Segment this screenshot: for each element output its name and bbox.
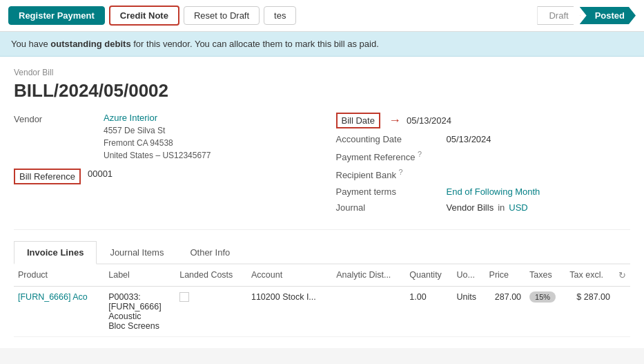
- reset-to-draft-button[interactable]: Reset to Draft: [184, 6, 260, 25]
- left-column: Vendor Azure Interior 4557 De Silva St F…: [14, 113, 322, 218]
- col-landed-costs: Landed Costs: [175, 265, 247, 287]
- col-actions: ↻: [614, 265, 630, 287]
- accounting-date-row: Accounting Date 05/13/2024: [336, 134, 631, 144]
- status-bar: Draft Posted: [537, 6, 636, 25]
- journal-value: Vendor Bills: [447, 202, 494, 213]
- cell-analytic-dist: [332, 286, 405, 336]
- recipient-bank-label: Recipient Bank ?: [336, 168, 447, 180]
- payment-reference-label: Payment Reference ?: [336, 150, 447, 162]
- bill-number: BILL/2024/05/0002: [14, 80, 630, 102]
- col-label: Label: [104, 265, 175, 287]
- tes-button[interactable]: tes: [264, 6, 296, 25]
- journal-label: Journal: [336, 202, 447, 213]
- vendor-label: Vendor: [14, 113, 104, 124]
- accounting-date-label: Accounting Date: [336, 134, 447, 144]
- col-product: Product: [14, 265, 104, 287]
- cell-label: P00033: [FURN_6666] Acoustic Bloc Screen…: [104, 286, 175, 336]
- label-line1: P00033:: [108, 292, 171, 302]
- journal-row: Journal Vendor Bills in USD: [336, 202, 631, 213]
- col-quantity: Quantity: [405, 265, 452, 287]
- table-header: Product Label Landed Costs Account Analy…: [14, 265, 630, 287]
- landed-costs-checkbox[interactable]: [179, 292, 189, 302]
- product-link[interactable]: [FURN_6666] Aco: [18, 292, 88, 302]
- bill-reference-label: Bill Reference: [14, 169, 81, 184]
- cell-quantity: 1.00: [405, 286, 452, 336]
- bill-reference-field-row: Bill Reference 00001: [14, 169, 309, 184]
- divider: [14, 229, 630, 230]
- vendor-bill-label: Vendor Bill: [14, 68, 630, 77]
- table-body: [FURN_6666] Aco P00033: [FURN_6666] Acou…: [14, 286, 630, 336]
- arrow-icon: →: [389, 113, 401, 128]
- cell-tax-excl: $ 287.00: [565, 286, 614, 336]
- label-line4: Bloc Screens: [108, 321, 171, 331]
- tax-badge: 15%: [529, 291, 556, 303]
- address-line3: United States – US12345677: [104, 149, 211, 162]
- bill-date-row: Bill Date → 05/13/2024: [336, 113, 631, 128]
- status-draft[interactable]: Draft: [537, 6, 580, 25]
- payment-reference-help[interactable]: ?: [418, 150, 422, 158]
- accounting-date-value: 05/13/2024: [447, 134, 491, 144]
- label-line2: [FURN_6666]: [108, 302, 171, 312]
- tab-other-info[interactable]: Other Info: [177, 241, 243, 265]
- alert-banner: You have outstanding debits for this ven…: [0, 32, 644, 57]
- tabs: Invoice Lines Journal Items Other Info: [14, 241, 630, 265]
- alert-bold-text: outstanding debits: [50, 39, 130, 49]
- col-uom: Uo...: [452, 265, 485, 287]
- cell-product: [FURN_6666] Aco: [14, 286, 104, 336]
- address-line1: 4557 De Silva St: [104, 124, 211, 137]
- col-taxes: Taxes: [525, 265, 565, 287]
- cell-price: 287.00: [485, 286, 525, 336]
- col-analytic-dist: Analytic Dist...: [332, 265, 405, 287]
- cell-taxes: 15%: [525, 286, 565, 336]
- toolbar: Register Payment Credit Note Reset to Dr…: [0, 0, 644, 32]
- vendor-field-row: Vendor Azure Interior 4557 De Silva St F…: [14, 113, 309, 162]
- right-column: Bill Date → 05/13/2024 Accounting Date 0…: [322, 113, 631, 218]
- bill-date-value: 05/13/2024: [407, 115, 451, 126]
- col-price: Price: [485, 265, 525, 287]
- vendor-name-link[interactable]: Azure Interior: [104, 113, 157, 123]
- journal-currency[interactable]: USD: [509, 202, 527, 213]
- address-line2: Fremont CA 94538: [104, 137, 211, 149]
- alert-text-after: for this vendor. You can allocate them t…: [131, 39, 379, 49]
- payment-terms-row: Payment terms End of Following Month: [336, 186, 631, 197]
- cell-landed-costs: [175, 286, 247, 336]
- vendor-value: Azure Interior 4557 De Silva St Fremont …: [104, 113, 211, 162]
- register-payment-button[interactable]: Register Payment: [8, 6, 105, 25]
- cell-row-actions: [614, 286, 630, 336]
- main-content: Vendor Bill BILL/2024/05/0002 Vendor Azu…: [0, 57, 644, 348]
- tab-journal-items[interactable]: Journal Items: [97, 241, 177, 265]
- vendor-address: 4557 De Silva St Fremont CA 94538 United…: [104, 124, 211, 162]
- invoice-table: Product Label Landed Costs Account Analy…: [14, 265, 630, 337]
- recipient-bank-help[interactable]: ?: [399, 168, 403, 176]
- cell-uom: Units: [452, 286, 485, 336]
- credit-note-button[interactable]: Credit Note: [109, 6, 179, 26]
- tab-invoice-lines[interactable]: Invoice Lines: [14, 241, 97, 265]
- label-line3: Acoustic: [108, 312, 171, 321]
- col-account: Account: [247, 265, 332, 287]
- cell-account: 110200 Stock I...: [247, 286, 332, 336]
- bill-reference-value: 00001: [88, 169, 113, 179]
- payment-terms-label: Payment terms: [336, 186, 447, 197]
- alert-text-before: You have: [11, 39, 50, 49]
- table-row: [FURN_6666] Aco P00033: [FURN_6666] Acou…: [14, 286, 630, 336]
- journal-in: in: [498, 202, 505, 213]
- col-tax-excl: Tax excl.: [565, 265, 614, 287]
- status-posted[interactable]: Posted: [580, 7, 636, 24]
- reload-icon[interactable]: ↻: [618, 271, 626, 280]
- payment-reference-row: Payment Reference ?: [336, 150, 631, 162]
- bill-form: Vendor Azure Interior 4557 De Silva St F…: [14, 113, 630, 218]
- bill-date-label: Bill Date: [336, 113, 380, 128]
- payment-terms-value[interactable]: End of Following Month: [447, 186, 540, 197]
- recipient-bank-row: Recipient Bank ?: [336, 168, 631, 180]
